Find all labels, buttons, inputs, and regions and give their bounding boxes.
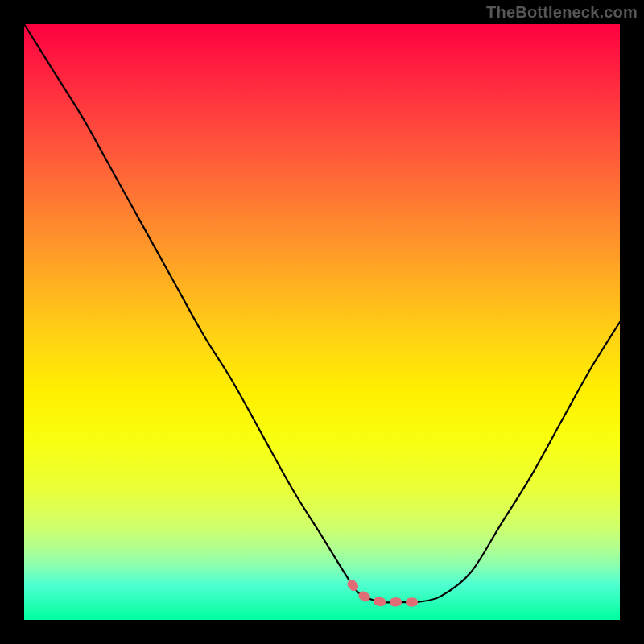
watermark-text: TheBottleneck.com bbox=[486, 3, 638, 22]
plot-area bbox=[24, 24, 620, 620]
chart-canvas: TheBottleneck.com bbox=[0, 0, 644, 644]
curve-layer bbox=[24, 24, 620, 620]
bottleneck-curve-line bbox=[24, 24, 620, 602]
highlight-dotted-pink bbox=[352, 584, 423, 603]
